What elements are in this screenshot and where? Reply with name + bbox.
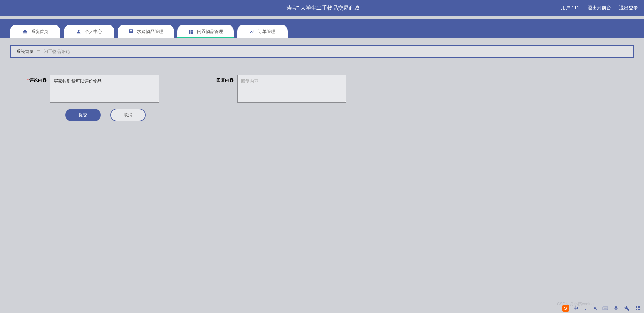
dashboard-icon xyxy=(188,29,194,34)
breadcrumb: 系统首页 ☰ 闲置物品评论 xyxy=(10,45,634,58)
person-icon xyxy=(76,29,81,34)
breadcrumb-separator-icon: ☰ xyxy=(37,50,40,54)
tab-label: 系统首页 xyxy=(31,29,48,35)
logout-link[interactable]: 退出登录 xyxy=(619,5,638,11)
tab-label: 闲置物品管理 xyxy=(197,29,223,35)
chart-icon xyxy=(249,29,255,34)
exit-frontend-link[interactable]: 退出到前台 xyxy=(588,5,611,11)
tab-wanted-management[interactable]: 求购物品管理 xyxy=(118,25,174,38)
user-actions: 用户 111 退出到前台 退出登录 xyxy=(561,5,638,11)
comment-label: *评论内容 xyxy=(27,75,47,83)
nav-bar: 系统首页 个人中心 求购物品管理 闲置物品管理 订单管理 xyxy=(0,19,644,38)
reply-label: 回复内容 xyxy=(216,75,234,83)
breadcrumb-root[interactable]: 系统首页 xyxy=(16,49,34,55)
tab-label: 求购物品管理 xyxy=(137,29,163,35)
user-label[interactable]: 用户 111 xyxy=(561,5,579,11)
header-gap xyxy=(0,16,644,19)
site-title: "涛宝" 大学生二手物品交易商城 xyxy=(285,5,360,12)
button-row: 提交 取消 xyxy=(10,109,634,121)
message-icon xyxy=(128,29,134,34)
tab-idle-management[interactable]: 闲置物品管理 xyxy=(177,25,234,38)
tab-order-management[interactable]: 订单管理 xyxy=(237,25,288,38)
tab-home[interactable]: 系统首页 xyxy=(10,25,60,38)
tab-profile[interactable]: 个人中心 xyxy=(64,25,114,38)
cancel-button[interactable]: 取消 xyxy=(110,109,146,121)
form-area: *评论内容 回复内容 xyxy=(10,75,634,103)
reply-textarea[interactable] xyxy=(237,75,346,103)
comment-textarea[interactable] xyxy=(50,75,159,103)
submit-button[interactable]: 提交 xyxy=(65,109,101,121)
breadcrumb-current: 闲置物品评论 xyxy=(44,49,70,55)
top-header: "涛宝" 大学生二手物品交易商城 用户 111 退出到前台 退出登录 xyxy=(0,0,644,16)
tab-label: 个人中心 xyxy=(85,29,102,35)
tab-label: 订单管理 xyxy=(258,29,275,35)
reply-group: 回复内容 xyxy=(216,75,346,103)
home-icon xyxy=(22,29,28,34)
comment-group: *评论内容 xyxy=(27,75,159,103)
required-icon: * xyxy=(27,77,29,83)
content-area: 系统首页 ☰ 闲置物品评论 *评论内容 回复内容 提交 取消 xyxy=(0,38,644,128)
